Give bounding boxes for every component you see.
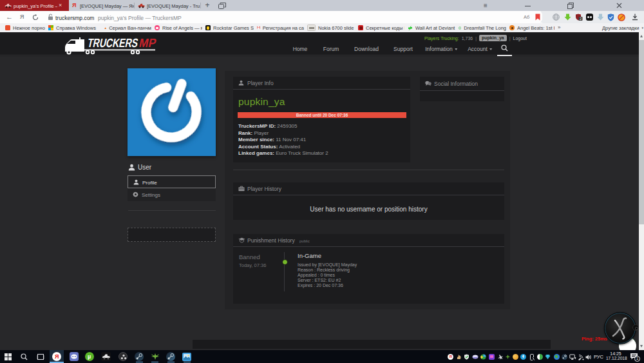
avatar[interactable] xyxy=(128,68,216,156)
bookmark-item[interactable]: Справка Windows xyxy=(48,23,101,32)
profile-username: pupkin_ya xyxy=(238,96,285,108)
tab-active-profile[interactable]: pupkin_ya's Profile — Tru × xyxy=(0,0,69,11)
search-button[interactable] xyxy=(497,41,512,56)
bookmark-item[interactable]: Регистрация на са xyxy=(257,23,304,32)
task-view-icon[interactable] xyxy=(37,353,44,360)
bookmark-item[interactable]: Rise of Angels — я xyxy=(155,23,202,32)
browser-menu-icon[interactable]: ≡ xyxy=(479,0,492,11)
tray-plane-icon[interactable] xyxy=(497,354,503,360)
username-badge[interactable]: pupkin_ya xyxy=(479,35,507,41)
tab-truckersmp-mayday[interactable]: [EVOQUE] Mayday - Trucker xyxy=(135,0,200,11)
taskbar-app-warthunder[interactable] xyxy=(151,353,160,360)
deviantart-icon xyxy=(408,25,413,31)
tray-icon[interactable] xyxy=(456,354,462,360)
sidebar-divider xyxy=(128,210,216,211)
scrollbar-thumb[interactable] xyxy=(639,40,644,224)
downloads-icon[interactable] xyxy=(632,14,638,21)
sidebar-item-settings[interactable]: Settings xyxy=(128,188,216,201)
tab-list-icon[interactable] xyxy=(218,3,226,9)
ext-adblock-icon[interactable] xyxy=(618,14,625,21)
ext-domino-icon[interactable] xyxy=(586,14,593,21)
tray-icon[interactable] xyxy=(520,354,526,360)
bookmark-item[interactable]: Wall Art at Deviant xyxy=(408,23,455,32)
bookmarks-overflow-icon[interactable]: » xyxy=(558,25,560,30)
tray-globe-icon[interactable] xyxy=(554,354,560,360)
timeline-dot xyxy=(282,259,288,265)
taskbar-app-utorrent[interactable]: µ xyxy=(85,352,94,361)
volume-icon[interactable] xyxy=(585,354,591,360)
sidebar-item-profile[interactable]: Profile xyxy=(128,175,216,188)
site-security-icon[interactable] xyxy=(48,14,53,21)
overlay-x-button[interactable] xyxy=(604,312,636,344)
bookmark-item[interactable]: Rockstar Games So xyxy=(205,23,254,32)
ext-savefrom-icon[interactable] xyxy=(564,14,571,21)
punishment-date: Today, 07:36 xyxy=(239,262,266,268)
taskbar-app-yandex[interactable]: Я xyxy=(50,350,64,363)
bookmark-item[interactable]: Секретные коды N xyxy=(358,23,404,32)
nav-download[interactable]: Download xyxy=(354,46,379,52)
ext-globe-icon[interactable] xyxy=(553,14,560,21)
taskbar-app-steam[interactable] xyxy=(135,352,144,361)
language-indicator[interactable]: РУС xyxy=(594,354,603,360)
window-restore-icon[interactable] xyxy=(564,0,577,11)
translate-icon[interactable]: Aб xyxy=(524,14,529,20)
bookmark-item[interactable]: Сериал Ван-панчм xyxy=(104,23,151,32)
tray-icon[interactable] xyxy=(513,354,518,360)
window-close-icon[interactable] xyxy=(613,0,626,11)
windows-logo-icon xyxy=(48,25,53,30)
tray-steam-icon[interactable] xyxy=(562,354,567,360)
start-button[interactable] xyxy=(5,353,12,360)
new-tab-button[interactable]: + xyxy=(203,0,212,11)
webpage: TRUCKERS MP Players Trucking: 1,736 | pu… xyxy=(0,32,644,350)
tray-icon[interactable] xyxy=(537,354,543,360)
taskbar-app-obs[interactable] xyxy=(118,352,128,361)
address-domain[interactable]: truckersmp.com xyxy=(55,15,94,21)
action-center-icon[interactable]: 1 xyxy=(630,353,638,360)
other-bookmarks-button[interactable]: Другие закладки ▾ xyxy=(602,23,643,32)
tray-phone-icon[interactable] xyxy=(529,354,535,360)
scrollbar-up-arrow[interactable] xyxy=(640,35,643,37)
nav-account[interactable]: Account xyxy=(468,46,492,52)
tray-yandex-icon[interactable]: Я xyxy=(448,354,453,360)
logout-link[interactable]: Logout xyxy=(513,36,527,41)
page-scrollbar[interactable] xyxy=(639,32,644,350)
taskbar-clock[interactable]: 14:25 17.12.2018 xyxy=(606,351,625,360)
bookmark-flag-icon[interactable] xyxy=(535,14,540,21)
overlay-knob[interactable] xyxy=(632,324,639,331)
tray-shield-icon[interactable] xyxy=(464,354,469,360)
tray-wireless-icon[interactable] xyxy=(578,354,583,360)
reload-icon[interactable] xyxy=(32,14,39,21)
taskbar-app-truckersmp[interactable] xyxy=(101,352,111,361)
taskbar-app-steam-2[interactable] xyxy=(166,352,175,361)
window-minimize-icon[interactable] xyxy=(522,0,535,11)
bookmark-item[interactable]: Нежное порно с xyxy=(5,23,45,32)
user-icon xyxy=(238,80,244,86)
scrollbar-down-arrow[interactable] xyxy=(640,345,643,348)
tray-icon[interactable] xyxy=(472,354,478,360)
nav-forum[interactable]: Forum xyxy=(323,46,339,52)
tray-icon[interactable] xyxy=(489,354,495,360)
tray-bird-icon[interactable] xyxy=(505,354,511,360)
tray-icon[interactable] xyxy=(480,354,486,360)
social-info-header: Social Information xyxy=(420,77,504,91)
tray-network-icon[interactable] xyxy=(569,354,575,360)
ext-shield2-icon[interactable]: 2 xyxy=(575,14,583,21)
punishment-line: Server : ETS2: EU #2 xyxy=(298,278,341,282)
tab-close-icon[interactable]: × xyxy=(59,2,62,8)
yandex-home-icon[interactable]: Я xyxy=(20,14,24,20)
bookmark-item[interactable]: Nokia 6700 slide h xyxy=(307,23,355,32)
bookmark-item[interactable]: Dreamfall The Long xyxy=(459,23,506,32)
tray-icon[interactable] xyxy=(545,354,551,360)
taskbar-app-photos[interactable] xyxy=(182,353,191,361)
bookmark-item[interactable]: Angel Beats: 1st be xyxy=(509,23,554,32)
taskbar-search-icon[interactable] xyxy=(21,353,28,360)
nav-support[interactable]: Support xyxy=(393,46,413,52)
back-icon[interactable]: ← xyxy=(6,13,13,21)
ext-antivirus-shield-icon[interactable] xyxy=(607,14,614,21)
truckersmp-logo[interactable]: TRUCKERS MP xyxy=(60,35,163,55)
nav-home[interactable]: Home xyxy=(293,46,308,52)
taskbar-app-discord[interactable] xyxy=(70,352,79,361)
nav-information[interactable]: Information xyxy=(425,46,457,52)
ext-downloader-icon[interactable] xyxy=(597,14,604,21)
tab-yandex-mayday[interactable]: Я [EVOQUE] Mayday — Яндек xyxy=(69,0,134,11)
